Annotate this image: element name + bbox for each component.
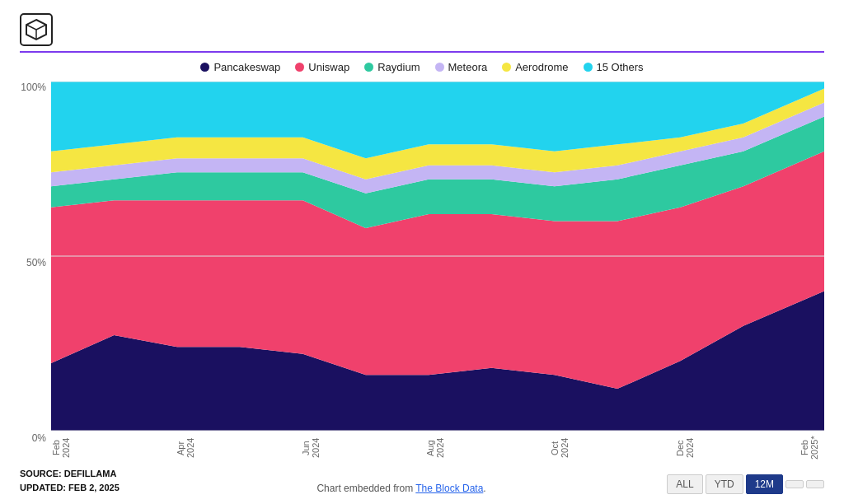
- legend-label: Meteora: [448, 61, 488, 73]
- chart-area: 100%50%0%: [20, 82, 824, 462]
- legend-dot: [200, 63, 209, 72]
- footer: SOURCE: DEFILLAMA UPDATED: FEB 2, 2025 C…: [20, 465, 824, 494]
- legend-item-meteora: Meteora: [435, 61, 488, 73]
- x-axis-label: Aug 2024: [425, 434, 450, 462]
- header-row: [20, 13, 824, 46]
- page-container: Pancakeswap Uniswap Raydium Meteora Aero…: [0, 0, 844, 504]
- x-axis-label: Feb 2024: [51, 434, 76, 462]
- legend-label: Aerodrome: [515, 61, 568, 73]
- legend-item-uniswap: Uniswap: [295, 61, 349, 73]
- time-btn-12m[interactable]: 12M: [746, 474, 783, 494]
- time-btn-empty[interactable]: [785, 480, 804, 488]
- svg-line-3: [36, 25, 46, 30]
- svg-line-2: [26, 25, 36, 30]
- legend-dot: [584, 63, 593, 72]
- time-btn-all[interactable]: ALL: [667, 474, 702, 494]
- embed-credit: Chart embedded from The Block Data.: [136, 483, 667, 494]
- legend-dot: [295, 63, 304, 72]
- block-logo-icon: [20, 13, 53, 46]
- legend-item-pancakeswap: Pancakeswap: [200, 61, 280, 73]
- y-axis-label: 0%: [32, 432, 46, 444]
- x-axis-label: Oct 2024: [550, 434, 574, 462]
- legend-item-15-others: 15 Others: [584, 61, 644, 73]
- area-chart: [51, 82, 824, 431]
- x-axis: Feb 2024Apr 2024Jun 2024Aug 2024Oct 2024…: [51, 431, 824, 462]
- x-axis-label: Feb 2025*: [799, 434, 824, 462]
- time-btn-empty[interactable]: [806, 480, 824, 488]
- x-axis-label: Apr 2024: [176, 434, 200, 462]
- y-axis-label: 100%: [21, 82, 46, 93]
- legend-dot: [435, 63, 444, 72]
- purple-divider: [20, 51, 824, 53]
- y-axis: 100%50%0%: [20, 82, 51, 462]
- legend-label: 15 Others: [597, 61, 644, 73]
- time-range-buttons: ALLYTD12M: [667, 474, 824, 494]
- legend-item-aerodrome: Aerodrome: [502, 61, 568, 73]
- source-text: SOURCE: DEFILLAMA UPDATED: FEB 2, 2025: [20, 467, 120, 494]
- legend-label: Pancakeswap: [213, 61, 280, 73]
- legend-dot: [364, 63, 373, 72]
- the-block-link[interactable]: The Block Data: [415, 483, 483, 494]
- y-axis-label: 50%: [26, 257, 46, 268]
- legend-dot: [502, 63, 511, 72]
- legend-label: Raydium: [377, 61, 420, 73]
- x-axis-label: Dec 2024: [675, 434, 700, 462]
- legend-label: Uniswap: [308, 61, 349, 73]
- time-btn-ytd[interactable]: YTD: [706, 474, 743, 494]
- x-axis-label: Jun 2024: [301, 434, 326, 462]
- legend-item-raydium: Raydium: [364, 61, 420, 73]
- chart-legend: Pancakeswap Uniswap Raydium Meteora Aero…: [20, 61, 824, 73]
